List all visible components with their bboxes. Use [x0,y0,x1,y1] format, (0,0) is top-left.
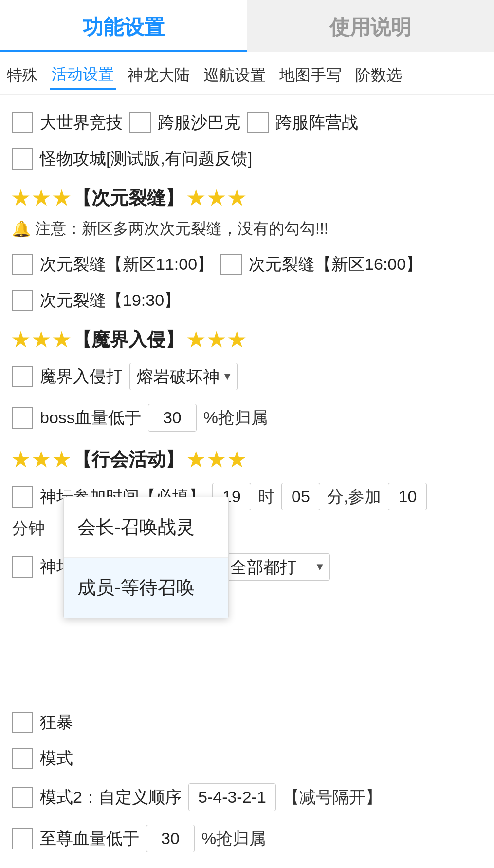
altar-minute-input[interactable] [281,483,320,510]
label-nextyuan-1930: 次元裂缝【19:30】 [40,289,181,312]
star-6: ★ [228,187,245,209]
label-mode2-suffix: 【减号隔开】 [283,786,382,809]
dropdown-overlay: 会长-召唤战灵 成员-等待召唤 [63,497,229,618]
altar-select-2-wrapper: 全部都打 只打前三 只打一个 [223,553,330,581]
star-m6: ★ [228,329,245,351]
label-world-contest: 大世界竞技 [40,112,123,134]
star-g2: ★ [32,449,50,471]
label-supreme-blood-prefix: 至尊血量低于 [40,828,139,850]
dropdown-item-member[interactable]: 成员-等待召唤 [64,558,228,618]
bell-icon: 🔔 [12,220,31,238]
star-m5: ★ [207,329,225,351]
altar-minute-unit: 分,参加 [327,486,381,508]
label-mode2-prefix: 模式2：自定义顺序 [40,786,182,809]
tab-usage-instructions[interactable]: 使用说明 [247,0,494,52]
guild-section-header: ★ ★ ★ 【行会活动】 ★ ★ ★ [12,438,482,476]
label-monster-attack: 怪物攻城[测试版,有问题反馈] [40,148,252,170]
dropdown-item-leader[interactable]: 会长-召唤战灵 [64,497,228,558]
label-moji-boss-prefix: 魔界入侵打 [40,365,123,388]
checkbox-cross-camp[interactable] [247,112,269,133]
checkbox-mode2[interactable] [12,787,33,808]
checkbox-boss-blood[interactable] [12,407,33,429]
guild-title: 【行会活动】 [73,447,184,472]
star-4: ★ [187,187,204,209]
altar-duration-input[interactable] [388,483,427,510]
subnav-shenlongdalu[interactable]: 神龙大陆 [126,62,192,89]
star-m3: ★ [53,329,70,351]
subnav-jiecount[interactable]: 阶数选 [353,62,404,89]
star-m1: ★ [12,329,29,351]
moji-boss-select[interactable]: 熔岩破坏神 冰霜巨人 暗影魔王 [129,363,238,390]
tab-function-settings[interactable]: 功能设置 [0,0,247,52]
label-cross-shark: 跨服沙巴克 [158,112,240,134]
checkbox-supreme-blood[interactable] [12,828,33,849]
moji-section-header: ★ ★ ★ 【魔界入侵】 ★ ★ ★ [12,319,482,356]
subnav-navigation[interactable]: 巡航设置 [201,62,268,89]
checkbox-nextyuan-11[interactable] [12,254,33,275]
mode2-row: 模式2：自定义顺序 【减号隔开】 [12,776,482,818]
checkbox-moji-boss[interactable] [12,366,33,387]
moji-title: 【魔界入侵】 [73,327,184,352]
boss-blood-unit: %抢归属 [203,407,268,429]
kuangbao-row: 狂暴 [12,704,482,740]
star-g3: ★ [53,449,70,471]
supreme-blood-row: 至尊血量低于 %抢归属 [12,818,482,859]
supreme-blood-unit: %抢归属 [201,828,266,850]
boss-blood-row: boss血量低于 %抢归属 [12,397,482,438]
checkbox-nextyuan-16[interactable] [220,254,242,275]
moji-attack-row: 魔界入侵打 熔岩破坏神 冰霜巨人 暗影魔王 [12,356,482,397]
checkbox-monster-attack[interactable] [12,148,33,170]
sub-nav-bar: 特殊 活动设置 神龙大陆 巡航设置 地图手写 阶数选 [0,52,494,95]
label-nextyuan-11: 次元裂缝【新区11:00】 [40,253,214,276]
checkbox-nextyuan-1930[interactable] [12,290,33,311]
star-3: ★ [53,187,70,209]
mode-row: 模式 [12,740,482,776]
nextyuan-title: 【次元裂缝】 [73,186,184,210]
star-m4: ★ [187,329,204,351]
checkbox-mode1[interactable] [12,748,33,769]
star-g1: ★ [12,449,29,471]
nextyuan-warning: 🔔 注意：新区多两次次元裂缝，没有的勾勾!!! [12,214,482,246]
checkbox-altar-time[interactable] [12,486,33,508]
nextyuan-row-1: 次元裂缝【新区11:00】 次元裂缝【新区16:00】 [12,246,482,283]
star-1: ★ [12,187,29,209]
star-m2: ★ [32,329,50,351]
label-cross-camp: 跨服阵营战 [275,112,358,134]
altar-select-2[interactable]: 全部都打 只打前三 只打一个 [223,553,330,581]
label-kuangbao: 狂暴 [40,711,73,734]
altar-hour-unit: 时 [258,486,274,508]
subnav-special[interactable]: 特殊 [5,62,40,89]
star-g5: ★ [207,449,225,471]
subnav-mapwrite[interactable]: 地图手写 [277,62,344,89]
checkbox-kuangbao[interactable] [12,712,33,733]
boss-blood-input[interactable] [148,404,197,432]
label-boss-blood-prefix: boss血量低于 [40,407,141,429]
label-mode1: 模式 [40,747,73,770]
supreme-blood-input[interactable] [146,825,195,852]
top-tab-bar: 功能设置 使用说明 [0,0,494,52]
activity-row-1: 大世界竞技 跨服沙巴克 跨服阵营战 [12,105,482,141]
moji-boss-select-wrapper: 熔岩破坏神 冰霜巨人 暗影魔王 [129,363,238,390]
nextyuan-section-header: ★ ★ ★ 【次元裂缝】 ★ ★ ★ [12,177,482,214]
mode2-input[interactable] [188,783,276,811]
checkbox-altar[interactable] [12,556,33,578]
star-g4: ★ [187,449,204,471]
main-content: 大世界竞技 跨服沙巴克 跨服阵营战 怪物攻城[测试版,有问题反馈] ★ ★ ★ … [0,95,494,868]
nextyuan-row-2: 次元裂缝【19:30】 [12,283,482,319]
activity-row-2: 怪物攻城[测试版,有问题反馈] [12,141,482,177]
altar-duration-unit: 分钟 [12,517,45,540]
checkbox-world-contest[interactable] [12,112,33,133]
subnav-activity[interactable]: 活动设置 [50,61,116,90]
checkbox-cross-shark[interactable] [129,112,151,133]
weekly-section-header: ★ ★ ★ 【周常历练】 ★ ★ [12,859,482,868]
star-2: ★ [32,187,50,209]
label-nextyuan-16: 次元裂缝【新区16:00】 [249,253,422,276]
star-g6: ★ [228,449,245,471]
star-5: ★ [207,187,225,209]
